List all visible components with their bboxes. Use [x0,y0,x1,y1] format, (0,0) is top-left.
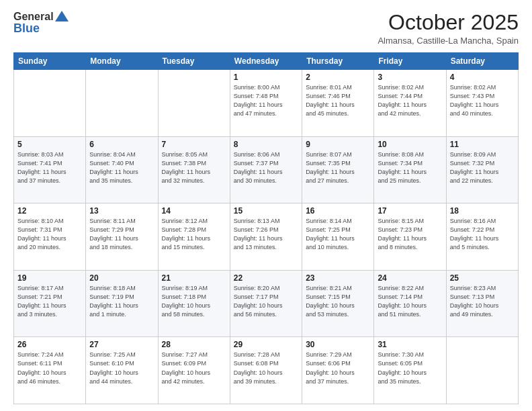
day-info: Sunrise: 8:06 AM Sunset: 7:37 PM Dayligh… [234,150,298,185]
calendar-cell: 18Sunrise: 8:16 AM Sunset: 7:22 PM Dayli… [446,203,518,271]
calendar-cell: 17Sunrise: 8:15 AM Sunset: 7:23 PM Dayli… [374,203,446,271]
calendar-cell: 19Sunrise: 8:17 AM Sunset: 7:21 PM Dayli… [14,270,86,337]
calendar-cell [14,70,86,137]
logo-blue-text: Blue [13,21,40,36]
day-info: Sunrise: 8:17 AM Sunset: 7:21 PM Dayligh… [17,284,82,319]
calendar-cell: 11Sunrise: 8:09 AM Sunset: 7:32 PM Dayli… [446,136,518,203]
header-thursday: Thursday [302,53,374,70]
week-row-2: 5Sunrise: 8:03 AM Sunset: 7:41 PM Daylig… [14,136,519,203]
logo-icon [55,11,69,21]
header: General Blue October 2025 Almansa, Casti… [13,11,519,46]
day-number: 10 [378,140,442,149]
calendar-cell [86,70,158,137]
day-info: Sunrise: 8:02 AM Sunset: 7:44 PM Dayligh… [378,83,442,118]
day-info: Sunrise: 8:19 AM Sunset: 7:18 PM Dayligh… [162,284,226,319]
day-number: 29 [234,340,298,349]
day-info: Sunrise: 8:04 AM Sunset: 7:40 PM Dayligh… [89,150,154,185]
day-number: 12 [17,206,82,216]
calendar-cell: 27Sunrise: 7:25 AM Sunset: 6:10 PM Dayli… [86,337,158,404]
day-info: Sunrise: 7:30 AM Sunset: 6:05 PM Dayligh… [378,351,442,385]
calendar-header-row: SundayMondayTuesdayWednesdayThursdayFrid… [14,53,519,70]
day-info: Sunrise: 8:00 AM Sunset: 7:48 PM Dayligh… [234,83,298,118]
day-number: 24 [378,273,442,283]
day-number: 7 [162,140,226,149]
calendar-cell: 10Sunrise: 8:08 AM Sunset: 7:34 PM Dayli… [374,136,446,203]
day-number: 23 [306,273,370,283]
header-monday: Monday [86,53,158,70]
week-row-3: 12Sunrise: 8:10 AM Sunset: 7:31 PM Dayli… [14,203,519,271]
calendar-cell: 23Sunrise: 8:21 AM Sunset: 7:15 PM Dayli… [302,270,374,337]
day-info: Sunrise: 8:14 AM Sunset: 7:25 PM Dayligh… [306,217,370,252]
day-number: 1 [234,73,298,82]
day-number: 4 [450,73,515,82]
page: General Blue October 2025 Almansa, Casti… [0,0,532,411]
day-number: 17 [378,206,442,216]
day-info: Sunrise: 8:15 AM Sunset: 7:23 PM Dayligh… [378,217,442,252]
day-number: 19 [17,273,82,283]
day-number: 11 [450,140,515,149]
calendar-cell: 20Sunrise: 8:18 AM Sunset: 7:19 PM Dayli… [86,270,158,337]
day-info: Sunrise: 8:09 AM Sunset: 7:32 PM Dayligh… [450,150,515,185]
header-wednesday: Wednesday [230,53,302,70]
header-friday: Friday [374,53,446,70]
week-row-4: 19Sunrise: 8:17 AM Sunset: 7:21 PM Dayli… [14,270,519,337]
day-number: 31 [378,340,442,349]
calendar-cell: 29Sunrise: 7:28 AM Sunset: 6:08 PM Dayli… [230,337,302,404]
day-info: Sunrise: 8:23 AM Sunset: 7:13 PM Dayligh… [450,284,515,319]
week-row-1: 1Sunrise: 8:00 AM Sunset: 7:48 PM Daylig… [14,70,519,137]
calendar-cell: 7Sunrise: 8:05 AM Sunset: 7:38 PM Daylig… [158,136,230,203]
day-number: 5 [17,140,82,149]
calendar-cell: 2Sunrise: 8:01 AM Sunset: 7:46 PM Daylig… [302,70,374,137]
day-number: 6 [89,140,154,149]
location: Almansa, Castille-La Mancha, Spain [378,36,519,46]
day-number: 20 [89,273,154,283]
calendar-cell [446,337,518,404]
day-number: 27 [89,340,154,349]
day-info: Sunrise: 8:11 AM Sunset: 7:29 PM Dayligh… [89,217,154,252]
calendar-cell: 28Sunrise: 7:27 AM Sunset: 6:09 PM Dayli… [158,337,230,404]
calendar-cell: 8Sunrise: 8:06 AM Sunset: 7:37 PM Daylig… [230,136,302,203]
day-number: 15 [234,206,298,216]
day-info: Sunrise: 8:18 AM Sunset: 7:19 PM Dayligh… [89,284,154,319]
day-info: Sunrise: 8:01 AM Sunset: 7:46 PM Dayligh… [306,83,370,118]
day-info: Sunrise: 8:16 AM Sunset: 7:22 PM Dayligh… [450,217,515,252]
calendar-cell: 24Sunrise: 8:22 AM Sunset: 7:14 PM Dayli… [374,270,446,337]
day-number: 26 [17,340,82,349]
day-info: Sunrise: 7:28 AM Sunset: 6:08 PM Dayligh… [234,351,298,385]
day-info: Sunrise: 8:03 AM Sunset: 7:41 PM Dayligh… [17,150,82,185]
calendar-cell: 4Sunrise: 8:02 AM Sunset: 7:43 PM Daylig… [446,70,518,137]
svg-marker-0 [55,11,69,21]
day-info: Sunrise: 8:13 AM Sunset: 7:26 PM Dayligh… [234,217,298,252]
day-number: 18 [450,206,515,216]
header-saturday: Saturday [446,53,518,70]
month-title: October 2025 [378,11,519,34]
day-info: Sunrise: 8:12 AM Sunset: 7:28 PM Dayligh… [162,217,226,252]
calendar-cell: 14Sunrise: 8:12 AM Sunset: 7:28 PM Dayli… [158,203,230,271]
calendar-cell: 6Sunrise: 8:04 AM Sunset: 7:40 PM Daylig… [86,136,158,203]
header-tuesday: Tuesday [158,53,230,70]
logo: General Blue [13,11,69,36]
day-info: Sunrise: 8:05 AM Sunset: 7:38 PM Dayligh… [162,150,226,185]
calendar-cell: 15Sunrise: 8:13 AM Sunset: 7:26 PM Dayli… [230,203,302,271]
calendar-cell: 31Sunrise: 7:30 AM Sunset: 6:05 PM Dayli… [374,337,446,404]
day-number: 16 [306,206,370,216]
header-sunday: Sunday [14,53,86,70]
calendar-cell: 12Sunrise: 8:10 AM Sunset: 7:31 PM Dayli… [14,203,86,271]
day-number: 3 [378,73,442,82]
week-row-5: 26Sunrise: 7:24 AM Sunset: 6:11 PM Dayli… [14,337,519,404]
day-number: 14 [162,206,226,216]
calendar-cell: 3Sunrise: 8:02 AM Sunset: 7:44 PM Daylig… [374,70,446,137]
day-number: 8 [234,140,298,149]
day-info: Sunrise: 8:22 AM Sunset: 7:14 PM Dayligh… [378,284,442,319]
calendar-cell: 25Sunrise: 8:23 AM Sunset: 7:13 PM Dayli… [446,270,518,337]
day-number: 22 [234,273,298,283]
day-number: 21 [162,273,226,283]
calendar-cell: 5Sunrise: 8:03 AM Sunset: 7:41 PM Daylig… [14,136,86,203]
day-number: 2 [306,73,370,82]
day-info: Sunrise: 7:29 AM Sunset: 6:06 PM Dayligh… [306,351,370,385]
title-area: October 2025 Almansa, Castille-La Mancha… [378,11,519,46]
day-info: Sunrise: 8:20 AM Sunset: 7:17 PM Dayligh… [234,284,298,319]
day-info: Sunrise: 8:02 AM Sunset: 7:43 PM Dayligh… [450,83,515,118]
calendar-cell: 30Sunrise: 7:29 AM Sunset: 6:06 PM Dayli… [302,337,374,404]
calendar-cell: 21Sunrise: 8:19 AM Sunset: 7:18 PM Dayli… [158,270,230,337]
